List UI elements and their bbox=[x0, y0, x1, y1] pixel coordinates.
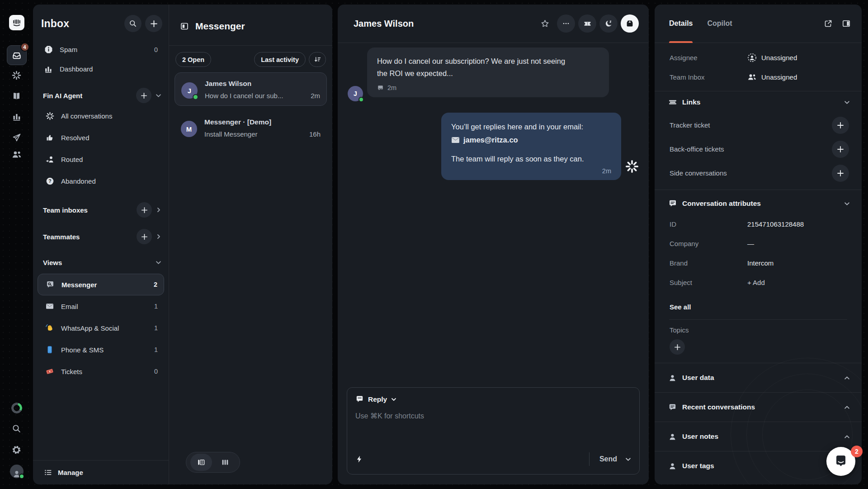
sidebar-item-spam[interactable]: Spam 0 bbox=[38, 40, 164, 59]
sort-order-chip[interactable]: Last activity bbox=[254, 52, 306, 67]
rail-knowledge-button[interactable] bbox=[7, 87, 27, 105]
star-button[interactable] bbox=[536, 14, 554, 33]
sidebar-item-resolved[interactable]: Resolved bbox=[38, 127, 164, 148]
conversation-item[interactable]: J James Wilson How do I cancel our sub..… bbox=[175, 72, 327, 106]
reply-composer[interactable]: Reply Use ⌘K for shortcuts Send bbox=[347, 387, 640, 475]
sidebar-item-all-conversations[interactable]: All conversations bbox=[38, 105, 164, 127]
sidebar-item-phone-sms[interactable]: Phone & SMS 1 bbox=[38, 339, 164, 361]
create-ticket-button[interactable] bbox=[578, 14, 596, 33]
rail-usage-button[interactable] bbox=[7, 398, 27, 418]
manage-button[interactable]: Manage bbox=[33, 460, 169, 484]
chevron-down-icon[interactable] bbox=[391, 397, 396, 402]
links-section-header[interactable]: Links bbox=[655, 91, 862, 113]
lightning-bolt-icon bbox=[355, 455, 363, 463]
chevron-down-icon[interactable] bbox=[156, 260, 161, 266]
team-inbox-row[interactable]: Team Inbox Unassigned bbox=[655, 67, 862, 87]
add-tracker-ticket-button[interactable] bbox=[832, 117, 849, 134]
sidebar-item-routed[interactable]: Routed bbox=[38, 148, 164, 170]
chevron-down-icon[interactable] bbox=[844, 201, 850, 207]
add-back-office-ticket-button[interactable] bbox=[832, 141, 849, 158]
conversation-time: 2m bbox=[311, 92, 320, 100]
views-header[interactable]: Views bbox=[38, 253, 164, 272]
section-user-data[interactable]: User data bbox=[655, 363, 862, 392]
section-user-notes[interactable]: User notes bbox=[655, 422, 862, 451]
section-recent-conversations[interactable]: Recent conversations bbox=[655, 392, 862, 422]
conversation-item[interactable]: M Messenger · [Demo] Install Messenger 1… bbox=[175, 111, 327, 144]
rail-profile-button[interactable] bbox=[7, 461, 27, 481]
envelope-icon bbox=[451, 137, 460, 143]
chevron-right-icon[interactable] bbox=[156, 207, 161, 213]
conversation-attributes-header[interactable]: Conversation attributes bbox=[655, 193, 862, 214]
add-topic-button[interactable] bbox=[670, 339, 685, 355]
add-side-conversation-button[interactable] bbox=[832, 165, 849, 182]
more-options-button[interactable] bbox=[557, 14, 575, 33]
chevron-down-icon[interactable] bbox=[844, 100, 850, 105]
send-divider bbox=[589, 452, 590, 466]
tab-copilot[interactable]: Copilot bbox=[707, 5, 732, 43]
rail-fin-button[interactable] bbox=[7, 66, 27, 84]
snooze-button[interactable] bbox=[599, 14, 618, 33]
online-status-dot bbox=[19, 474, 24, 479]
rail-inbox-button[interactable]: 4 bbox=[7, 45, 27, 65]
sort-descending-icon bbox=[314, 56, 321, 63]
outgoing-message-time: 2m bbox=[451, 167, 611, 175]
plus-icon bbox=[150, 20, 158, 28]
rail-contacts-button[interactable] bbox=[7, 146, 27, 164]
see-all-link[interactable]: See all bbox=[655, 298, 862, 316]
rail-reports-button[interactable] bbox=[7, 108, 27, 126]
sidebar-search-button[interactable] bbox=[124, 15, 142, 32]
split-view-button[interactable] bbox=[190, 454, 212, 471]
attribute-id-value[interactable]: 215471063128488 bbox=[747, 220, 804, 228]
sidebar-item-messenger[interactable]: Messenger 2 bbox=[38, 274, 164, 295]
rail-search-button[interactable] bbox=[7, 418, 27, 438]
attribute-subject-add[interactable]: + Add bbox=[747, 279, 765, 286]
sidebar-item-dashboard[interactable]: Dashboard bbox=[38, 59, 164, 79]
tickets-count: 0 bbox=[154, 368, 160, 375]
chevron-up-icon[interactable] bbox=[844, 404, 850, 410]
sidebar-new-button[interactable] bbox=[145, 15, 162, 32]
attribute-row-brand: Brand Intercom bbox=[655, 253, 862, 273]
send-button[interactable]: Send bbox=[599, 455, 617, 463]
spam-icon bbox=[43, 45, 54, 54]
panel-view-icon[interactable] bbox=[180, 22, 189, 31]
phone-icon bbox=[44, 345, 56, 354]
team-inboxes-add-button[interactable] bbox=[137, 202, 152, 218]
shortcuts-bolt-button[interactable] bbox=[355, 455, 363, 463]
chevron-down-icon[interactable] bbox=[156, 93, 161, 99]
sidebar-item-whatsapp-social[interactable]: WhatsApp & Social 1 bbox=[38, 317, 164, 339]
fin-add-button[interactable] bbox=[136, 88, 151, 103]
tab-details[interactable]: Details bbox=[669, 5, 693, 43]
attribute-brand-value[interactable]: Intercom bbox=[747, 259, 774, 267]
chevron-up-icon[interactable] bbox=[844, 434, 850, 440]
columns-icon bbox=[221, 458, 229, 466]
sidebar-item-email[interactable]: Email 1 bbox=[38, 295, 164, 317]
chevron-right-icon[interactable] bbox=[156, 234, 161, 239]
fin-section-header[interactable]: Fin AI Agent bbox=[38, 86, 164, 105]
rail-settings-button[interactable] bbox=[7, 440, 27, 460]
send-options-chevron-icon[interactable] bbox=[625, 456, 631, 462]
open-in-new-icon[interactable] bbox=[824, 19, 833, 28]
column-view-button[interactable] bbox=[214, 454, 236, 471]
composer-mode-label[interactable]: Reply bbox=[368, 395, 387, 404]
sidebar-item-tickets[interactable]: Tickets 0 bbox=[38, 361, 164, 382]
team-inboxes-header[interactable]: Team inboxes bbox=[38, 200, 164, 219]
open-filter-chip[interactable]: 2 Open bbox=[175, 52, 211, 67]
search-icon bbox=[12, 424, 21, 433]
message-input[interactable]: Use ⌘K for shortcuts bbox=[355, 412, 631, 420]
chevron-up-icon[interactable] bbox=[844, 375, 850, 381]
launcher-unread-badge: 2 bbox=[851, 446, 863, 457]
teammates-header[interactable]: Teammates bbox=[38, 227, 164, 246]
collapse-panel-icon[interactable] bbox=[842, 19, 851, 28]
spam-count: 0 bbox=[154, 46, 160, 53]
dashboard-icon bbox=[43, 65, 54, 73]
person-icon bbox=[668, 432, 677, 441]
outgoing-email-text[interactable]: james@ritza.co bbox=[463, 134, 518, 146]
rail-outbound-button[interactable] bbox=[7, 128, 27, 147]
assignee-row[interactable]: Assignee Unassigned bbox=[655, 48, 862, 67]
close-conversation-button[interactable] bbox=[621, 14, 639, 33]
sidebar-item-abandoned[interactable]: ? Abandoned bbox=[38, 170, 164, 192]
teammates-add-button[interactable] bbox=[137, 229, 152, 244]
links-ticket-icon bbox=[668, 98, 677, 107]
attribute-company-value[interactable]: — bbox=[747, 240, 754, 247]
sort-direction-button[interactable] bbox=[309, 52, 326, 67]
